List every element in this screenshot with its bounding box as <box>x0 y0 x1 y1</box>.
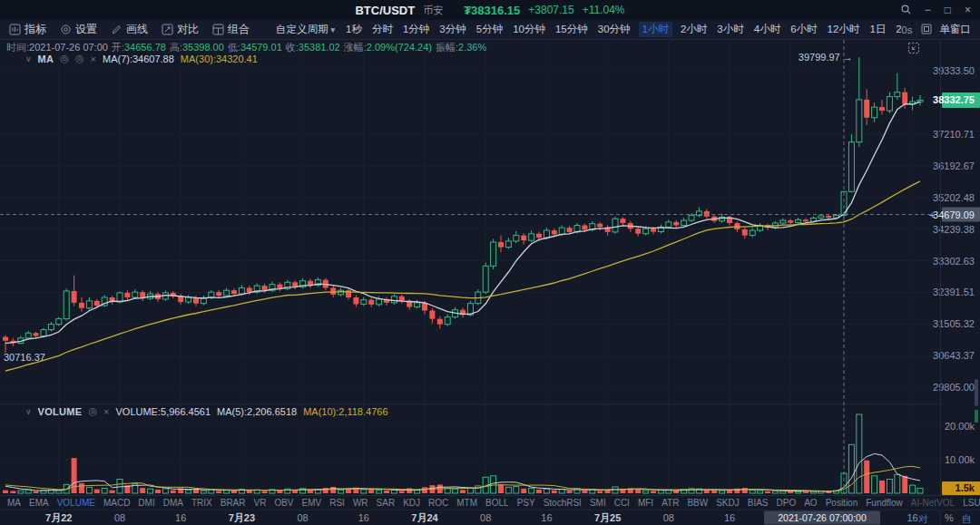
log-scale-toggle[interactable]: 对数 <box>918 512 936 525</box>
indicator-OBV[interactable]: OBV <box>274 498 293 508</box>
indicator-WR[interactable]: WR <box>353 498 368 508</box>
settings-icon[interactable]: ◎ <box>88 405 97 417</box>
scrollbar-thumb <box>975 379 978 406</box>
settings-icon[interactable]: ◎ <box>75 53 84 64</box>
indicator-BBW[interactable]: BBW <box>687 498 708 508</box>
auto-scale-toggle[interactable]: 自动 <box>962 512 980 525</box>
chevron-down-icon[interactable]: ∨ <box>25 54 32 63</box>
indicator-EMV[interactable]: EMV <box>302 498 322 508</box>
indicator-AI-NetVOL[interactable]: AI-NetVOL <box>911 498 955 508</box>
indicator-MA[interactable]: MA <box>7 498 21 508</box>
indicator-DPO[interactable]: DPO <box>777 498 797 508</box>
period-4小时[interactable]: 4小时 <box>752 22 782 37</box>
toolbar: 指标 设置 画线 对比 组合 自定义周期 ▾ 1秒分时1分钟3分钟5分钟10分钟… <box>0 20 980 40</box>
ohlc-value-4: 35381.02 <box>299 42 340 53</box>
period-15分钟[interactable]: 15分钟 <box>554 22 590 37</box>
indicator-PSY[interactable]: PSY <box>517 498 535 508</box>
period-2小时[interactable]: 2小时 <box>679 22 709 37</box>
tool-draw-label: 画线 <box>126 22 148 37</box>
tool-compare-label: 对比 <box>177 22 199 37</box>
svg-text:7月25: 7月25 <box>594 512 621 523</box>
indicator-EMA[interactable]: EMA <box>29 498 49 508</box>
ohlc-label-4: 收: <box>286 42 299 53</box>
svg-text:10.00k: 10.00k <box>945 454 975 465</box>
period-1分钟[interactable]: 1分钟 <box>401 22 431 37</box>
crosshair-price-badge-text: 34679.09 <box>933 209 975 220</box>
eye-icon[interactable]: ◎ <box>60 53 69 64</box>
period-12小时[interactable]: 12小时 <box>826 22 862 37</box>
percent-scale-toggle[interactable]: % <box>945 512 954 525</box>
ohlc-label-1: 开: <box>112 42 124 53</box>
tool-settings-button[interactable]: 设置 <box>60 22 97 37</box>
indicator-KDJ[interactable]: KDJ <box>403 498 420 508</box>
tool-draw-button[interactable]: 画线 <box>111 22 148 37</box>
svg-text:30643.37: 30643.37 <box>933 350 975 361</box>
maximize-button[interactable]: □ <box>945 5 951 15</box>
price-change: +3807.15 <box>528 4 573 16</box>
indicator-DMI[interactable]: DMI <box>138 498 154 508</box>
period-1日[interactable]: 1日 <box>867 22 887 37</box>
single-window-button[interactable]: 单窗口 <box>940 23 972 36</box>
indicator-SMI[interactable]: SMI <box>590 498 606 508</box>
svg-text:34239.38: 34239.38 <box>933 224 975 235</box>
indicator-MTM[interactable]: MTM <box>456 498 477 508</box>
indicator-AO[interactable]: AO <box>804 498 817 508</box>
period-1小时[interactable]: 1小时 <box>639 22 672 37</box>
indicator-DMA[interactable]: DMA <box>163 498 183 508</box>
indicator-VR[interactable]: VR <box>254 498 267 508</box>
indicator-BRAR[interactable]: BRAR <box>220 498 246 508</box>
custom-period-dropdown[interactable]: 自定义周期 ▾ <box>276 23 335 36</box>
period-1秒[interactable]: 1秒 <box>344 22 364 37</box>
chart-canvas[interactable]: 39333.5037210.7136192.6735202.4834239.38… <box>0 0 980 525</box>
minimize-button[interactable]: − <box>925 5 931 15</box>
period-分时[interactable]: 分时 <box>370 22 395 37</box>
indicator-SAR[interactable]: SAR <box>377 498 396 508</box>
exchange-label: 币安 <box>423 4 443 17</box>
period-10分钟[interactable]: 10分钟 <box>511 22 547 37</box>
close-button[interactable]: × <box>965 5 971 15</box>
expand-icon[interactable] <box>907 42 920 58</box>
tool-indicator-label: 指标 <box>24 22 46 37</box>
indicator-MFI[interactable]: MFI <box>638 498 653 508</box>
indicator-BOLL[interactable]: BOLL <box>485 498 509 508</box>
gear-icon <box>60 24 72 35</box>
indicator-Position[interactable]: Position <box>826 498 858 508</box>
period-30分钟[interactable]: 30分钟 <box>596 22 632 37</box>
svg-text:7月23: 7月23 <box>229 512 255 523</box>
period-3分钟[interactable]: 3分钟 <box>437 22 467 37</box>
indicator-ROC[interactable]: ROC <box>428 498 448 508</box>
period-6小时[interactable]: 6小时 <box>789 22 818 37</box>
last-volume-badge-text: 1.5k <box>956 482 975 493</box>
indicator-BIAS[interactable]: BIAS <box>748 498 769 508</box>
indicator-LSUR[interactable]: LSUR <box>963 498 980 508</box>
chevron-down-icon[interactable]: ∨ <box>25 407 32 416</box>
indicator-StochRSI[interactable]: StochRSI <box>544 498 582 508</box>
volume-value: VOLUME:5,966.4561 <box>116 406 211 417</box>
tool-compare-button[interactable]: 对比 <box>162 22 199 37</box>
ohlc-value-2: 35398.00 <box>182 42 224 53</box>
ohlc-value-1: 34656.78 <box>124 42 166 53</box>
close-icon[interactable]: × <box>103 406 109 417</box>
period-2日[interactable]: 2日 <box>894 22 901 37</box>
indicator-RSI[interactable]: RSI <box>329 498 345 508</box>
indicator-TRIX[interactable]: TRIX <box>191 498 212 508</box>
indicator-SKDJ[interactable]: SKDJ <box>716 498 740 508</box>
svg-text:16: 16 <box>541 512 552 523</box>
search-icon[interactable] <box>901 5 911 16</box>
indicator-VOLUME[interactable]: VOLUME <box>57 498 95 508</box>
indicator-MACD[interactable]: MACD <box>103 498 130 508</box>
ohlc-label-3: 低: <box>228 42 240 53</box>
indicator-ATR[interactable]: ATR <box>662 498 679 508</box>
indicator-Fundflow[interactable]: Fundflow <box>866 498 903 508</box>
period-5分钟[interactable]: 5分钟 <box>475 22 505 37</box>
period-3小时[interactable]: 3小时 <box>715 22 745 37</box>
close-icon[interactable]: × <box>91 53 96 64</box>
ohlc-value-5: 2.09%(724.24) <box>367 42 432 53</box>
indicator-icon <box>9 24 21 35</box>
axis-scale-controls: 对数 % 自动 <box>918 512 980 525</box>
tool-indicator-button[interactable]: 指标 <box>9 22 46 37</box>
volume-indicator-header: ∨ VOLUME ◎ × VOLUME:5,966.4561 MA(5):2,2… <box>25 405 388 417</box>
tool-layout-button[interactable]: 组合 <box>212 22 250 37</box>
ma7-value: MA(7):34607.88 <box>103 53 174 64</box>
indicator-CCI[interactable]: CCI <box>614 498 630 508</box>
